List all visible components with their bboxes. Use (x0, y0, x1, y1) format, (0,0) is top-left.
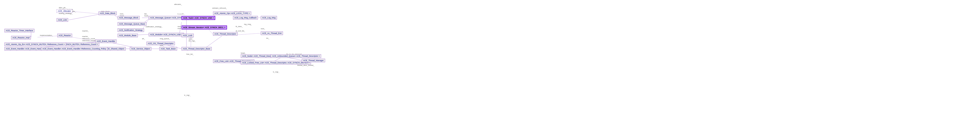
node-ace-reactor[interactable]: ACE_Reactor (57, 34, 72, 37)
node-ace-reactor-impl[interactable]: ACE_Reactor_Impl (11, 36, 31, 39)
svg-line-3 (69, 14, 99, 20)
diagram-container: implementation_ machin_ machin_ referenc… (0, 0, 980, 123)
edge-label-xstream: xstream_refcount_ (212, 7, 227, 9)
node-ace-atomic-op-ex-synch-mutex[interactable]: ACE_Atomic_Op_Ex< ACE_SYNCH_MUTEX, Refer… (5, 43, 66, 46)
node-ace-message-block[interactable]: ACE_Message_Block (118, 16, 140, 19)
node-ace-log-msg[interactable]: ACE_Log_Msg (261, 16, 277, 19)
node-ace-data-block[interactable]: ACE_Data_Block (99, 11, 117, 15)
node-ace-locked-free-list[interactable]: ACE_Locked_Free_List< ACE_Thread_Descrip… (241, 61, 311, 65)
edge-label-tm: tm_ (266, 37, 269, 39)
svg-line-2 (73, 11, 99, 14)
node-ace-stream-iterator[interactable]: ACE_Stream_Iterator< ACE_SYNCH_DECL > (181, 25, 227, 30)
edge-label-tail-head: tail_head_ (144, 13, 149, 17)
edge-label-next-ac: next_ (261, 28, 265, 30)
node-ace-task-base[interactable]: ACE_Task_Base (159, 47, 177, 50)
edge-label-machin1: machin_ (82, 30, 89, 32)
edge-label-free-list: free_list_ (186, 53, 194, 55)
edge-label-head: head_ (241, 52, 246, 54)
node-ace-atomic-op-lock-type[interactable]: ACE_Atomic_Op< ACE_LOCK_TYPE > (213, 11, 251, 15)
edge-label-log-msg: log_msg_ (244, 23, 252, 25)
node-ace-thread-descriptor-base[interactable]: ACE_Thread_Descriptor_Base (181, 47, 212, 50)
svg-line-23 (288, 58, 302, 60)
edges-svg (0, 0, 980, 123)
edge-label-lc-mgr: lc_mgr_ (273, 71, 279, 73)
node-ace-message-queue-base[interactable]: ACE_Message_Queue_Base (118, 22, 146, 26)
node-ace-thread-manager[interactable]: ACE_Thread_Manager (302, 59, 325, 62)
node-ace-ac-thread-exit[interactable]: ACE_Ac_Thread_Exit (261, 32, 283, 35)
node-ace-event-handler[interactable]: ACE_Event_Handler (95, 39, 116, 43)
node-ace-event-handler-ref-count-policy[interactable]: ACE_Event_Handler::ACE_Event_Handler::Re… (41, 47, 108, 50)
edge-label-desc: lb_desc_ (236, 25, 243, 27)
edge-label-notification: notification_strategy_ (146, 26, 162, 28)
edge-label-next-mod: next_mod_ (178, 25, 182, 30)
node-ace-allocator[interactable]: ACE_Allocator (57, 9, 72, 13)
node-ace-reactor-timer-interface[interactable]: ACE_Reactor_Timer_Interface (5, 29, 34, 32)
svg-line-7 (137, 34, 149, 35)
node-ace-service-object[interactable]: ACE_Service_Object (130, 47, 151, 50)
edge-label-ah: ah_ (142, 38, 145, 39)
node-ace-log-msg-callback[interactable]: ACE_Log_Msg_Callback (233, 16, 258, 19)
node-ace-module-synch[interactable]: ACE_Module< ACE_SYNCH_USE > (149, 33, 184, 36)
edge-label-allocator3: allocator_ (174, 3, 182, 5)
edge-label-thread-desc-freelist: thread_desc_freelist_ (298, 64, 315, 66)
node-ace-link[interactable]: ACE_Link (57, 18, 68, 22)
edge-label-machin2: machin_ (82, 35, 89, 38)
node-ace-lock[interactable]: ACE_Lock (181, 34, 194, 37)
edge-label-implementation: implementation_ (40, 34, 53, 36)
edge-label-e-a-err: e_a_err_ (178, 13, 185, 15)
node-ace-notification-strategy[interactable]: ACE_Notification_Strategy (118, 28, 144, 32)
edge-label-lc-mgr2: lc_mgr_ (184, 94, 191, 96)
node-ace-task-synch[interactable]: ACE_Task< ACE_SYNCH_USE > (181, 16, 215, 20)
node-ace-os-thread-descriptor[interactable]: ACE_OS_Thread_Descriptor (146, 42, 175, 45)
node-ace-thread-descriptor[interactable]: ACE_Thread_Descriptor (213, 32, 237, 36)
node-ace-module-base[interactable]: ACE_Module_Base (118, 34, 138, 37)
node-ace-unbounded-queue[interactable]: ACE_Unbounded_Queue< ACE_Thread_Descript… (271, 54, 321, 58)
edge-label-msg-queue: msg_queue_ (160, 38, 170, 39)
